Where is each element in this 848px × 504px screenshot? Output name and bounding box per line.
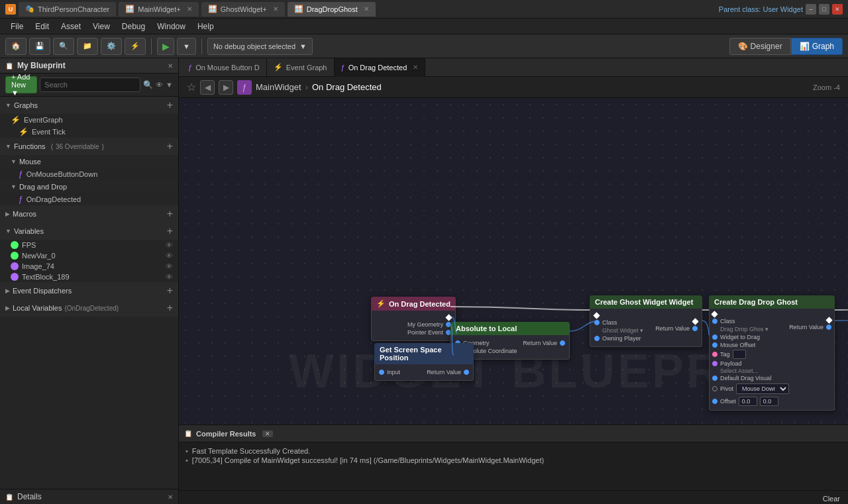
offset-y-input[interactable] bbox=[760, 397, 778, 406]
tab-close-ghost-widget[interactable]: ✕ bbox=[273, 5, 278, 13]
dispatchers-add-button[interactable]: + bbox=[167, 285, 173, 297]
ghost-return-pin[interactable]: Return Value bbox=[655, 325, 698, 332]
breadcrumb-back[interactable]: ◀ bbox=[200, 80, 215, 95]
mouse-subsection[interactable]: ▼ Mouse bbox=[0, 155, 178, 168]
event-graph-item[interactable]: ⚡ EventGraph bbox=[0, 114, 178, 126]
ghost-class-pin[interactable]: Class bbox=[594, 319, 643, 327]
my-blueprint-close[interactable]: ✕ bbox=[168, 62, 173, 70]
tag-pin[interactable]: Tag bbox=[712, 349, 789, 360]
offset-x-input[interactable] bbox=[739, 397, 757, 406]
drag-return-pin[interactable]: Return Value bbox=[789, 323, 831, 331]
filter-icon[interactable]: ▼ bbox=[166, 81, 173, 89]
pointer-event-pin[interactable]: Pointer Event bbox=[376, 328, 451, 336]
macros-add-button[interactable]: + bbox=[167, 208, 173, 220]
image-eye-icon[interactable]: 👁 bbox=[166, 262, 173, 270]
ghost-exec-out[interactable] bbox=[655, 319, 698, 325]
clear-button[interactable]: Clear bbox=[818, 491, 848, 504]
play-dropdown[interactable]: ▼ bbox=[177, 38, 196, 55]
add-new-button[interactable]: + Add New ▼ bbox=[5, 76, 37, 93]
search-icon[interactable]: 🔍 bbox=[143, 80, 153, 89]
mouse-offset-pin[interactable]: Mouse Offset bbox=[712, 341, 789, 349]
node-on-drag-detected[interactable]: ⚡ On Drag Detected My Geometry Pointer E… bbox=[371, 297, 456, 341]
tab-ghost-widget[interactable]: 🪟 GhostWidget+ ✕ bbox=[201, 2, 285, 17]
menu-debug[interactable]: Debug bbox=[117, 21, 150, 32]
graphs-add-button[interactable]: + bbox=[167, 99, 173, 111]
tab-close-main-widget[interactable]: ✕ bbox=[187, 5, 192, 13]
designer-button[interactable]: 🎨 Designer bbox=[729, 38, 791, 55]
absolute-return-pin[interactable]: Return Value bbox=[523, 339, 565, 347]
event-dispatchers-header[interactable]: ▶ Event Dispatchers + bbox=[0, 282, 178, 299]
functions-add-button[interactable]: + bbox=[167, 140, 173, 152]
graphs-section-header[interactable]: ▼ Graphs + bbox=[0, 97, 178, 114]
fps-eye-icon[interactable]: 👁 bbox=[166, 241, 173, 249]
tab-drag-drop-ghost[interactable]: 🪟 DragDropGhost ✕ bbox=[288, 2, 376, 17]
textblock-eye-icon[interactable]: 👁 bbox=[166, 273, 173, 281]
parent-class-link[interactable]: User Widget bbox=[763, 5, 803, 13]
node-get-screen-space[interactable]: Get Screen Space Position Input Return bbox=[374, 343, 474, 381]
breadcrumb-forward[interactable]: ▶ bbox=[219, 80, 233, 95]
local-vars-add-button[interactable]: + bbox=[167, 302, 173, 314]
node-create-ghost-widget[interactable]: Create Ghost Widget Widget Class bbox=[590, 295, 702, 347]
screen-input-pin[interactable]: Input bbox=[379, 368, 400, 376]
variables-section-header[interactable]: ▼ Variables + bbox=[0, 223, 178, 240]
widget-to-drag-pin[interactable]: Widget to Drag bbox=[712, 333, 789, 341]
search-input[interactable] bbox=[40, 77, 140, 92]
details-close[interactable]: ✕ bbox=[168, 493, 173, 501]
variable-newvar[interactable]: NewVar_0 👁 bbox=[0, 250, 178, 261]
toolbar-save-button[interactable]: 💾 bbox=[29, 38, 50, 55]
minimize-button[interactable]: – bbox=[806, 4, 816, 15]
toolbar-search-button[interactable]: 🔍 bbox=[53, 38, 74, 55]
node-create-drag-drop[interactable]: Create Drag Drop Ghost Class bbox=[709, 295, 835, 411]
functions-section-header[interactable]: ▼ Functions ( 36 Overridable ) + bbox=[0, 138, 178, 155]
breadcrumb-star[interactable]: ☆ bbox=[187, 81, 196, 93]
drag-class-pin[interactable]: Class bbox=[712, 317, 789, 325]
variable-textblock[interactable]: TextBlock_189 👁 bbox=[0, 272, 178, 282]
payload-pin[interactable]: Payload bbox=[712, 360, 789, 368]
drag-exec-in[interactable] bbox=[712, 311, 831, 317]
menu-window[interactable]: Window bbox=[152, 21, 191, 32]
graph-tab-event[interactable]: ⚡ Event Graph bbox=[267, 58, 335, 77]
ghost-exec-in[interactable] bbox=[594, 313, 698, 319]
variable-image[interactable]: Image_74 👁 bbox=[0, 261, 178, 272]
maximize-button[interactable]: □ bbox=[819, 4, 829, 15]
tab-third-person[interactable]: 🎭 ThirdPersonCharacter bbox=[19, 2, 116, 17]
blueprint-canvas[interactable]: WIDGET BLUEPRINT ⚡ On Drag Detected My G… bbox=[179, 98, 848, 425]
on-drag-exec-pin[interactable] bbox=[376, 315, 451, 321]
pivot-select[interactable]: Mouse Down bbox=[736, 383, 789, 394]
variables-add-button[interactable]: + bbox=[167, 225, 173, 237]
menu-view[interactable]: View bbox=[87, 21, 115, 32]
menu-asset[interactable]: Asset bbox=[56, 21, 86, 32]
debug-object-select[interactable]: No debug object selected ▼ bbox=[207, 38, 313, 55]
graph-tab-drag-detected[interactable]: ƒ On Drag Detected ✕ bbox=[335, 58, 426, 77]
macros-section-header[interactable]: ▶ Macros + bbox=[0, 205, 178, 223]
close-button[interactable]: ✕ bbox=[832, 4, 843, 15]
owning-player-pin[interactable]: Owning Player bbox=[594, 334, 643, 342]
event-tick-item[interactable]: ⚡ Event Tick bbox=[0, 126, 178, 138]
play-button[interactable]: ▶ bbox=[157, 38, 174, 55]
newvar-eye-icon[interactable]: 👁 bbox=[166, 252, 173, 260]
variable-fps[interactable]: FPS 👁 bbox=[0, 240, 178, 250]
menu-help[interactable]: Help bbox=[192, 21, 219, 32]
search-options-icon[interactable]: 👁 bbox=[156, 81, 163, 89]
tab-close-drag-drop[interactable]: ✕ bbox=[364, 5, 369, 13]
tab-main-widget[interactable]: 🪟 MainWidget+ ✕ bbox=[119, 2, 199, 17]
menu-file[interactable]: File bbox=[5, 21, 28, 32]
default-drag-visual-pin[interactable]: Default Drag Visual bbox=[712, 374, 789, 382]
on-drag-detected-item[interactable]: ƒ OnDragDetected bbox=[0, 193, 178, 205]
graph-tab-mouse[interactable]: ƒ On Mouse Button D bbox=[182, 58, 267, 77]
drag-exec-out[interactable] bbox=[789, 317, 831, 323]
tag-input[interactable] bbox=[733, 350, 746, 359]
my-geometry-pin[interactable]: My Geometry bbox=[376, 321, 451, 328]
toolbar-compile-button[interactable]: ⚙️ bbox=[101, 38, 122, 55]
toolbar-browse-button[interactable]: 📁 bbox=[77, 38, 98, 55]
screen-return-pin[interactable]: Return Value bbox=[427, 368, 469, 376]
toolbar-diff-button[interactable]: ⚡ bbox=[125, 38, 146, 55]
menu-edit[interactable]: Edit bbox=[30, 21, 54, 32]
toolbar-home-button[interactable]: 🏠 bbox=[5, 38, 26, 55]
graph-tab-drag-close[interactable]: ✕ bbox=[413, 64, 418, 71]
graph-button[interactable]: 📊 Graph bbox=[791, 38, 843, 55]
on-mouse-button-down-item[interactable]: ƒ OnMouseButtonDown bbox=[0, 168, 178, 180]
local-variables-header[interactable]: ▶ Local Variables (OnDragDetected) + bbox=[0, 299, 178, 317]
drag-drop-subsection[interactable]: ▼ Drag and Drop bbox=[0, 180, 178, 193]
compiler-tab-close[interactable]: ✕ bbox=[262, 430, 273, 437]
